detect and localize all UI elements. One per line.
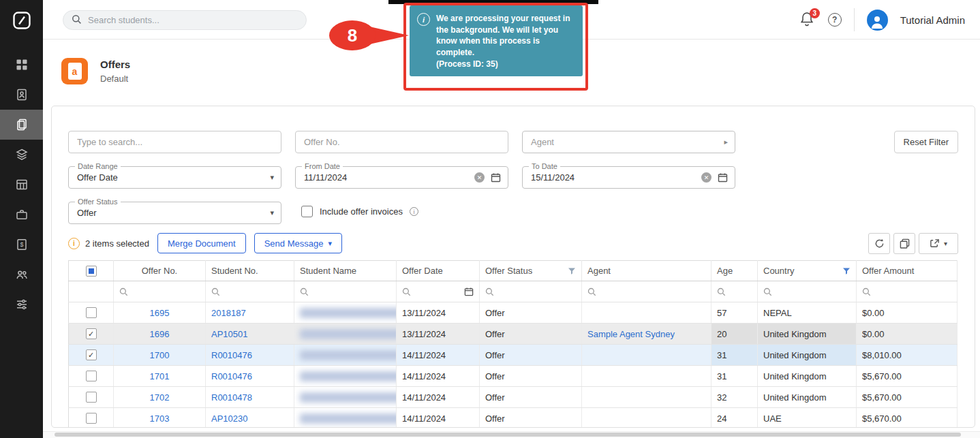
filter-cell-student-name[interactable] (294, 281, 397, 302)
topbar-divider (854, 8, 855, 31)
user-name[interactable]: Tutorial Admin (900, 14, 965, 26)
table-row[interactable]: 1703 AP10230 14/11/2024 Offer 24 UAE $5,… (69, 408, 958, 428)
sidebar-item-invoices[interactable]: $ (0, 230, 43, 260)
offer-no-field[interactable] (295, 131, 508, 153)
filter-cell-offer-status[interactable] (480, 281, 582, 302)
row-checkbox[interactable]: ✓ (86, 349, 97, 360)
quick-search-field[interactable] (68, 131, 281, 153)
select-all-checkbox[interactable] (86, 266, 97, 277)
sidebar-item-settings[interactable] (0, 290, 43, 319)
row-checkbox[interactable] (86, 413, 97, 424)
sidebar-item-contacts[interactable] (0, 80, 43, 110)
refresh-button[interactable] (868, 233, 890, 254)
to-date-value: 15/11/2024 (531, 172, 575, 183)
table-row[interactable]: ✓ 1696 AP10501 13/11/2024 Offer Sample A… (69, 324, 958, 345)
student-no-link[interactable]: 2018187 (211, 308, 246, 318)
offer-no-link[interactable]: 1696 (150, 329, 170, 339)
toast-message: We are processing your request in the ba… (436, 14, 570, 57)
quick-search-input[interactable] (77, 137, 273, 147)
merge-document-button[interactable]: Merge Document (157, 233, 246, 253)
col-offer-amount[interactable]: Offer Amount (857, 261, 958, 281)
user-avatar[interactable] (867, 10, 888, 31)
col-agent[interactable]: Agent (582, 261, 711, 281)
global-search[interactable] (63, 10, 307, 30)
table-row[interactable]: 1695 2018187 13/11/2024 Offer 57 NEPAL $… (69, 302, 958, 324)
student-name-redacted (300, 413, 397, 424)
cell-select[interactable] (69, 302, 114, 324)
help-button[interactable]: ? (828, 13, 842, 27)
cell-offer-amount: $5,670.00 (857, 408, 958, 428)
clear-icon[interactable]: ✕ (474, 172, 485, 183)
offer-no-input[interactable] (304, 137, 500, 147)
row-checkbox[interactable] (86, 307, 97, 318)
to-date-field[interactable]: To Date 15/11/2024 ✕ (522, 166, 735, 189)
offer-status-select[interactable]: Offer Status Offer ▾ (68, 202, 281, 224)
topbar-right: 3 ? Tutorial Admin (799, 0, 965, 40)
date-range-select[interactable]: Date Range Offer Date ▾ (68, 166, 281, 189)
table-row[interactable]: 1702 R0010478 14/11/2024 Offer 32 United… (69, 387, 958, 408)
filter-icon-active[interactable] (842, 267, 851, 275)
cell-age: 24 (711, 408, 758, 428)
row-checkbox[interactable] (86, 392, 97, 403)
offer-no-link[interactable]: 1701 (150, 371, 170, 381)
student-no-link[interactable]: R0010476 (211, 371, 252, 381)
col-offer-status[interactable]: Offer Status (480, 261, 582, 281)
col-offer-no[interactable]: Offer No. (114, 261, 206, 281)
cell-country: United Kingdom (758, 387, 857, 408)
send-message-button[interactable]: Send Message ▾ (254, 233, 342, 253)
cell-select[interactable]: ✓ (69, 324, 114, 345)
agent-link[interactable]: Sample Agent Sydney (587, 329, 675, 339)
offer-no-link[interactable]: 1695 (150, 308, 170, 318)
cell-select[interactable] (69, 366, 114, 387)
student-no-link[interactable]: R0010476 (211, 350, 252, 360)
col-age[interactable]: Age (711, 261, 758, 281)
global-search-input[interactable] (88, 15, 298, 25)
sidebar-item-courses[interactable] (0, 140, 43, 170)
sidebar-item-reports[interactable] (0, 170, 43, 200)
calendar-icon[interactable] (464, 287, 474, 296)
from-date-field[interactable]: From Date 11/11/2024 ✕ (295, 166, 508, 189)
filter-cell-offer-no[interactable] (114, 281, 206, 302)
col-student-no[interactable]: Student No. (206, 261, 294, 281)
student-no-link[interactable]: R0010478 (211, 392, 252, 403)
clear-icon[interactable]: ✕ (701, 172, 711, 183)
horizontal-scrollbar-thumb[interactable] (55, 433, 961, 437)
student-no-link[interactable]: AP10230 (211, 413, 248, 424)
sidebar-item-dashboard[interactable] (0, 50, 43, 80)
sidebar-item-services[interactable] (0, 200, 43, 230)
offer-no-link[interactable]: 1703 (150, 413, 170, 424)
agent-filter[interactable]: Agent ▸ (522, 131, 735, 153)
app-logo[interactable] (0, 0, 43, 43)
col-country[interactable]: Country (758, 261, 857, 281)
row-checkbox[interactable] (86, 371, 97, 381)
col-offer-date[interactable]: Offer Date (397, 261, 480, 281)
offer-no-link[interactable]: 1700 (150, 350, 170, 360)
offer-no-link[interactable]: 1702 (150, 392, 170, 403)
cell-select[interactable] (69, 387, 114, 408)
filter-cell-agent[interactable] (582, 281, 711, 302)
include-invoices-checkbox[interactable] (301, 206, 313, 217)
col-student-name[interactable]: Student Name (294, 261, 397, 281)
calendar-icon[interactable] (718, 172, 728, 183)
reset-filter-button[interactable]: Reset Filter (894, 131, 958, 153)
filter-cell-offer-amount[interactable] (857, 281, 958, 302)
column-chooser-button[interactable] (893, 233, 915, 254)
filter-icon[interactable] (568, 267, 576, 275)
table-row[interactable]: 1701 R0010476 14/11/2024 Offer 31 United… (69, 366, 958, 387)
cell-offer-amount: $0.00 (857, 302, 958, 324)
row-checkbox[interactable]: ✓ (86, 328, 97, 339)
sidebar-item-offers[interactable] (0, 110, 43, 140)
student-no-link[interactable]: AP10501 (211, 329, 248, 339)
cell-select[interactable]: ✓ (69, 345, 114, 366)
notifications-button[interactable]: 3 (799, 11, 816, 29)
sidebar-item-partners[interactable] (0, 260, 43, 290)
select-all-header[interactable] (69, 261, 114, 281)
cell-select[interactable] (69, 408, 114, 428)
calendar-icon[interactable] (491, 172, 501, 183)
filter-cell-country[interactable] (758, 281, 857, 302)
export-button[interactable]: ▾ (919, 233, 958, 254)
filter-cell-age[interactable] (711, 281, 758, 302)
table-row[interactable]: ✓ 1700 R0010476 14/11/2024 Offer 31 Unit… (69, 345, 958, 366)
filter-cell-offer-date[interactable] (397, 281, 480, 302)
filter-cell-student-no[interactable] (206, 281, 294, 302)
